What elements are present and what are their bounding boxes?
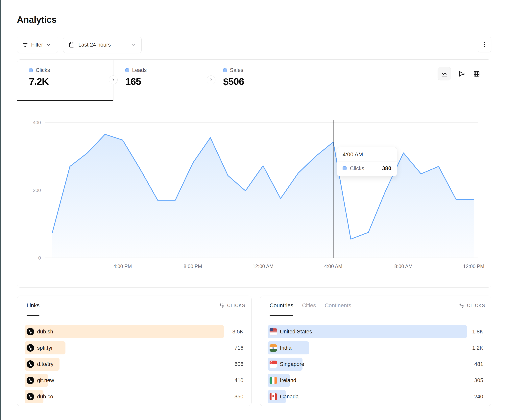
link-list-item[interactable]: dub.co 350 <box>25 390 244 403</box>
link-label: spti.fyi <box>37 345 52 351</box>
country-clicks-value: 1.8K <box>472 329 483 335</box>
ca-flag-icon <box>269 393 277 400</box>
chevron-down-icon <box>131 42 136 47</box>
countries-list: United States 1.8K India 1.2K Singapore … <box>260 315 491 403</box>
country-clicks-value: 481 <box>474 361 483 367</box>
links-panel-header: Links CLICKS <box>17 296 251 315</box>
chart-view-toggle <box>438 67 481 80</box>
line-chart-icon <box>441 70 448 78</box>
clicks-area-fill <box>52 134 474 258</box>
x-axis-tick: 4:00 AM <box>324 263 342 269</box>
chevron-down-icon <box>46 42 51 47</box>
kebab-icon <box>481 41 488 48</box>
ie-flag-icon <box>269 377 277 384</box>
stat-chevron-button[interactable] <box>207 75 216 84</box>
tab-leads[interactable]: Leads 165 <box>113 60 211 101</box>
stat-chevron-button[interactable] <box>109 75 118 84</box>
table-view-button[interactable] <box>472 69 481 79</box>
link-clicks-value: 716 <box>234 345 243 351</box>
cursor-click-icon <box>220 303 225 308</box>
x-axis-tick: 4:00 PM <box>113 263 132 269</box>
us-flag-icon <box>269 328 277 335</box>
country-list-item[interactable]: United States 1.8K <box>268 325 484 338</box>
country-clicks-value: 1.2K <box>472 345 483 351</box>
chevron-right-icon <box>209 78 213 82</box>
country-list-item[interactable]: Ireland 305 <box>268 374 484 387</box>
in-flag-icon <box>269 344 277 352</box>
dub-logo-icon <box>27 344 34 352</box>
filter-button-label: Filter <box>31 42 43 48</box>
country-list-item[interactable]: Canada 240 <box>268 390 484 403</box>
cursor-click-icon <box>459 303 465 308</box>
tooltip-value: 380 <box>382 165 391 172</box>
funnel-icon <box>458 70 465 78</box>
x-axis-tick: 8:00 AM <box>394 263 413 269</box>
dub-logo-icon <box>27 360 34 368</box>
tab-countries[interactable]: Countries <box>269 296 293 315</box>
filter-button[interactable]: Filter <box>17 37 58 53</box>
tooltip-series-label: Clicks <box>350 166 379 172</box>
stat-label: Clicks <box>36 67 50 73</box>
filter-icon <box>22 42 28 48</box>
x-axis-tick: 8:00 PM <box>183 263 202 269</box>
stat-label: Leads <box>132 67 147 73</box>
table-grid-icon <box>473 70 480 78</box>
tab-links[interactable]: Links <box>27 296 39 315</box>
calendar-icon <box>68 42 75 48</box>
metric-label: CLICKS <box>467 303 485 308</box>
date-range-button[interactable]: Last 24 hours <box>63 37 142 53</box>
stats-row: Clicks 7.2K Leads 165 Sales $506 <box>17 60 491 101</box>
stat-value: 165 <box>125 76 211 87</box>
tab-cities[interactable]: Cities <box>302 296 316 315</box>
more-menu-button[interactable] <box>478 37 491 52</box>
clicks-bar <box>25 325 224 338</box>
y-axis-tick: 400 <box>33 120 41 125</box>
link-list-item[interactable]: dub.sh 3.5K <box>25 325 244 338</box>
line-chart-view-button[interactable] <box>438 67 451 80</box>
link-clicks-value: 410 <box>234 377 243 384</box>
country-clicks-value: 240 <box>474 394 483 400</box>
country-list-item[interactable]: India 1.2K <box>268 341 484 355</box>
country-list-item[interactable]: Singapore 481 <box>268 358 484 371</box>
chart-tooltip: 4:00 AM Clicks 380 <box>337 147 397 176</box>
analytics-chart-card: 40020004:00 PM8:00 PM12:00 AM4:00 AM8:00… <box>17 59 491 288</box>
country-label: India <box>280 345 291 351</box>
link-list-item[interactable]: d.to/try 606 <box>25 358 244 371</box>
link-list-item[interactable]: git.new 410 <box>25 374 244 387</box>
dub-logo-icon <box>27 393 34 400</box>
country-label: Ireland <box>280 377 296 384</box>
y-axis-tick: 200 <box>33 188 41 193</box>
left-edge-strip <box>0 0 0 420</box>
stat-label: Sales <box>230 67 243 73</box>
countries-panel: Countries Cities Continents CLICKS Unite… <box>260 296 491 406</box>
clicks-legend-swatch <box>29 68 33 72</box>
sg-flag-icon <box>269 361 277 368</box>
funnel-view-button[interactable] <box>457 69 466 79</box>
metric-label: CLICKS <box>227 303 245 308</box>
dub-logo-icon <box>27 377 34 384</box>
link-list-item[interactable]: spti.fyi 716 <box>25 341 244 355</box>
tab-clicks[interactable]: Clicks 7.2K <box>17 60 113 101</box>
link-label: dub.co <box>37 394 53 400</box>
country-label: Canada <box>280 394 299 400</box>
leads-legend-swatch <box>125 68 129 72</box>
date-range-label: Last 24 hours <box>78 42 111 48</box>
link-label: git.new <box>37 377 54 384</box>
clicks-metric-selector[interactable]: CLICKS <box>220 303 245 308</box>
x-axis-tick: 12:00 PM <box>463 263 484 269</box>
link-clicks-value: 606 <box>234 361 243 367</box>
country-clicks-value: 305 <box>474 377 483 384</box>
links-list: dub.sh 3.5K spti.fyi 716 d.to/try 606 gi… <box>17 315 251 403</box>
link-clicks-value: 350 <box>234 394 243 400</box>
country-label: United States <box>280 329 312 335</box>
tooltip-time: 4:00 AM <box>337 147 397 161</box>
sales-legend-swatch <box>223 68 227 72</box>
x-axis-tick: 12:00 AM <box>253 263 274 269</box>
tab-sales[interactable]: Sales $506 <box>211 60 491 101</box>
clicks-legend-swatch <box>343 167 347 170</box>
tab-continents[interactable]: Continents <box>325 296 351 315</box>
links-panel: Links CLICKS dub.sh 3.5K spti.fyi 716 d.… <box>17 296 252 406</box>
clicks-metric-selector[interactable]: CLICKS <box>459 303 485 308</box>
countries-panel-header: Countries Cities Continents CLICKS <box>260 296 491 315</box>
link-label: d.to/try <box>37 361 53 367</box>
